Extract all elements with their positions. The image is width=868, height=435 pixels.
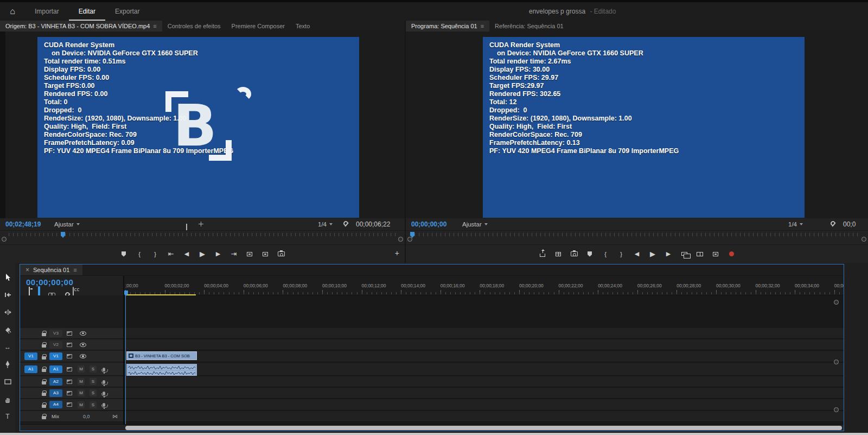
track-lane-a1[interactable] xyxy=(124,363,844,376)
export-frame-camera-icon[interactable] xyxy=(277,249,285,260)
solo-button[interactable]: S xyxy=(90,378,97,385)
mark-in-icon[interactable]: { xyxy=(136,249,143,260)
track-lane-v2[interactable] xyxy=(124,339,844,350)
track-target-a1[interactable]: A1 xyxy=(49,365,62,373)
source-video-frame[interactable]: CUDA Render System on Device: NVIDIA GeF… xyxy=(37,37,359,218)
tab-program-monitor[interactable]: Programa: Sequência 01 ≡ xyxy=(406,21,489,31)
step-forward-icon[interactable]: ▶ xyxy=(665,249,672,260)
mix-gain-value[interactable]: 0,0 xyxy=(83,414,90,419)
voiceover-mic-icon[interactable] xyxy=(103,367,105,371)
hand-tool[interactable] xyxy=(2,394,13,404)
insert-icon[interactable] xyxy=(246,249,253,260)
track-lock-icon[interactable] xyxy=(42,330,46,336)
tab-premiere-composer[interactable]: Premiere Composer xyxy=(226,21,290,31)
track-lock-icon[interactable] xyxy=(42,354,46,360)
track-lock-icon[interactable] xyxy=(42,390,46,396)
export-frame-tray-icon[interactable] xyxy=(539,249,546,260)
multicam-grid-icon[interactable] xyxy=(554,249,562,260)
sync-lock-icon[interactable] xyxy=(67,402,72,407)
comparison-view-icon[interactable] xyxy=(696,249,704,260)
workspace-tab-editar[interactable]: Editar xyxy=(69,2,105,21)
solo-button[interactable]: S xyxy=(90,365,97,373)
sync-lock-icon[interactable] xyxy=(67,354,72,358)
track-lock-icon[interactable] xyxy=(42,366,46,372)
sync-lock-icon[interactable] xyxy=(67,391,72,395)
mute-button[interactable]: M xyxy=(78,401,85,408)
program-scrub-bar[interactable] xyxy=(406,230,868,244)
mix-fader-icon[interactable]: ⋈ xyxy=(112,413,118,419)
slip-tool[interactable]: ↔ xyxy=(2,342,13,352)
collapsed-panel-strip[interactable] xyxy=(0,31,5,218)
voiceover-mic-icon[interactable] xyxy=(103,391,105,395)
panel-menu-icon[interactable]: ≡ xyxy=(73,267,76,273)
track-output-eye-icon[interactable] xyxy=(80,343,86,347)
mark-out-icon[interactable]: } xyxy=(151,249,159,260)
mark-in-icon[interactable]: { xyxy=(602,249,609,260)
zoom-handle-right[interactable] xyxy=(398,237,403,242)
proxy-toggle-icon[interactable] xyxy=(712,249,719,260)
vertical-scroll-handle[interactable] xyxy=(834,360,839,364)
track-target-a3[interactable]: A3 xyxy=(49,389,62,397)
step-forward-icon[interactable]: ▶ xyxy=(214,249,222,260)
solo-button[interactable]: S xyxy=(90,389,97,396)
program-current-timecode[interactable]: 00;00;00;00 xyxy=(411,218,446,230)
pen-tool[interactable] xyxy=(2,360,13,369)
timeline-audio-clip[interactable] xyxy=(126,364,197,376)
voiceover-mic-icon[interactable] xyxy=(103,380,105,384)
program-resolution-dropdown[interactable]: 1/4 xyxy=(788,218,803,230)
source-patch-v1[interactable]: V1 xyxy=(24,352,37,360)
source-patch-a1[interactable]: A1 xyxy=(24,365,37,373)
source-mini-ruler[interactable] xyxy=(9,233,396,236)
tab-source-monitor[interactable]: Origem: B3 - VINHETA B3 - COM SOBRA VÍDE… xyxy=(0,21,162,31)
track-output-eye-icon[interactable] xyxy=(80,354,86,358)
close-icon[interactable]: × xyxy=(25,266,29,274)
track-target-v2[interactable]: V2 xyxy=(49,341,62,349)
voiceover-mic-icon[interactable] xyxy=(103,402,105,407)
zoom-handle-right[interactable] xyxy=(861,237,866,242)
source-current-timecode[interactable]: 00;02;48;19 xyxy=(5,218,41,230)
razor-tool[interactable] xyxy=(2,325,13,335)
track-lane-mix[interactable] xyxy=(124,411,844,422)
selection-tool[interactable] xyxy=(2,273,13,282)
track-select-forward-tool[interactable] xyxy=(2,290,13,300)
go-to-in-icon[interactable]: ⇤ xyxy=(167,249,175,260)
track-lock-icon[interactable] xyxy=(42,413,46,419)
add-marker-icon[interactable] xyxy=(120,249,127,260)
track-lane-v3[interactable] xyxy=(124,328,844,339)
timeline-ruler[interactable]: ;00;0000;00;02;0000;00;04;0000;00;06;000… xyxy=(124,276,844,295)
add-marker-icon[interactable] xyxy=(586,249,593,260)
go-to-out-icon[interactable]: ⇥ xyxy=(230,249,238,260)
track-lane-a3[interactable] xyxy=(124,388,844,399)
workspace-tab-exportar[interactable]: Exportar xyxy=(105,2,149,21)
type-tool[interactable]: T xyxy=(2,412,13,421)
source-fit-dropdown[interactable]: Ajustar xyxy=(54,218,80,230)
track-lane-v1[interactable] xyxy=(124,351,844,362)
track-target-a2[interactable]: A2 xyxy=(49,378,62,386)
button-editor-plus-icon[interactable]: + xyxy=(395,249,399,257)
tab-reference-monitor[interactable]: Referência: Sequência 01 xyxy=(489,21,569,31)
source-playhead[interactable] xyxy=(61,232,65,238)
mute-button[interactable]: M xyxy=(78,378,85,385)
vertical-scroll-handle[interactable] xyxy=(834,407,839,412)
program-fit-dropdown[interactable]: Ajustar xyxy=(462,218,488,230)
sync-lock-icon[interactable] xyxy=(67,380,72,384)
overwrite-icon[interactable] xyxy=(261,249,269,260)
play-button[interactable]: ▶ xyxy=(649,249,656,260)
mute-button[interactable]: M xyxy=(78,389,85,396)
mute-button[interactable]: M xyxy=(78,365,85,373)
home-icon[interactable]: ⌂ xyxy=(0,7,25,16)
tab-texto[interactable]: Texto xyxy=(290,21,315,31)
timeline-horizontal-scrollbar[interactable] xyxy=(20,424,844,431)
track-lock-icon[interactable] xyxy=(42,342,46,348)
track-lane-a4[interactable] xyxy=(124,399,844,411)
tab-sequence-01[interactable]: × Sequência 01 ≡ xyxy=(20,264,82,275)
step-back-icon[interactable]: ◀ xyxy=(183,249,190,260)
record-voiceover-icon[interactable] xyxy=(727,249,735,260)
timeline-video-clip[interactable]: B3 - VINHETA B3 - COM SOB xyxy=(126,351,197,360)
ripple-edit-tool[interactable] xyxy=(2,307,13,317)
vertical-scroll-handle[interactable] xyxy=(834,300,839,305)
track-lock-icon[interactable] xyxy=(42,379,46,384)
source-resolution-dropdown[interactable]: 1/4 xyxy=(318,218,333,230)
panel-menu-icon[interactable]: ≡ xyxy=(153,21,156,31)
sync-lock-icon[interactable] xyxy=(67,331,72,336)
